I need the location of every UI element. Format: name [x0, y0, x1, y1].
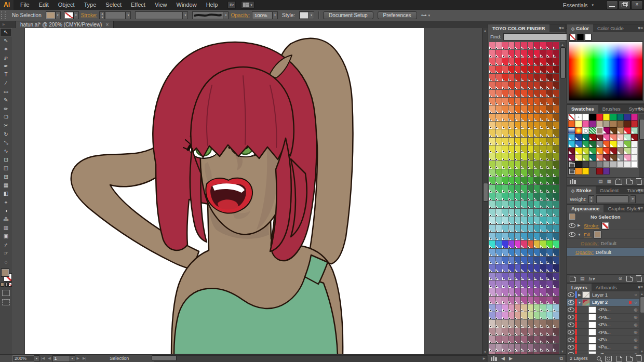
toyo-swatch[interactable] [553, 185, 559, 192]
layer-target-icon[interactable]: ◎ [632, 345, 639, 350]
toyo-swatch[interactable] [546, 273, 552, 280]
swatch-selected[interactable] [596, 127, 603, 134]
toyo-swatch[interactable] [546, 209, 552, 216]
delete-swatch-icon[interactable] [637, 180, 642, 185]
swatch[interactable] [575, 141, 582, 148]
swatch[interactable] [603, 120, 610, 127]
toyo-swatch[interactable] [528, 74, 533, 81]
swatch[interactable] [624, 127, 630, 134]
toyo-swatch[interactable] [489, 320, 495, 327]
toyo-swatch[interactable] [528, 257, 533, 264]
workspace-switcher[interactable]: Essentials ▾ [563, 2, 594, 8]
toyo-swatch[interactable] [540, 312, 546, 319]
toyo-swatch[interactable] [515, 240, 520, 248]
toyo-swatch[interactable] [489, 280, 495, 288]
toyo-swatch[interactable] [521, 288, 527, 296]
toyo-swatch[interactable] [534, 249, 540, 256]
toyo-swatch[interactable] [515, 217, 520, 224]
swatch[interactable] [582, 141, 589, 148]
toyo-swatch[interactable] [528, 320, 533, 327]
toyo-swatch[interactable] [508, 169, 514, 177]
toyo-swatch[interactable] [534, 209, 540, 216]
close-document-icon[interactable]: × [105, 22, 109, 28]
menu-view[interactable]: View [150, 0, 172, 10]
toyo-swatch[interactable] [495, 193, 501, 200]
scissors-tool[interactable]: ✂ [0, 122, 12, 130]
toyo-swatch[interactable] [489, 240, 495, 248]
toyo-swatch[interactable] [546, 82, 552, 89]
toyo-swatch[interactable] [508, 233, 514, 240]
swatch[interactable] [596, 154, 603, 161]
toyo-swatch[interactable] [528, 58, 533, 65]
toyo-swatch[interactable] [489, 233, 495, 240]
toyo-swatch[interactable] [515, 98, 520, 105]
new-sublayer-icon[interactable] [616, 356, 622, 361]
toyo-swatch[interactable] [540, 153, 546, 160]
add-effect-icon[interactable]: fx▾ [589, 276, 595, 281]
toyo-swatch[interactable] [502, 138, 508, 145]
toyo-swatch[interactable] [515, 328, 520, 336]
toyo-swatch[interactable] [553, 249, 559, 256]
layer-thumbnail[interactable] [588, 329, 596, 336]
swatch-black[interactable] [577, 34, 584, 41]
tab-toyo-color-finder[interactable]: TOYO COLOR FINDER [488, 24, 549, 32]
toyo-swatch[interactable] [546, 280, 552, 288]
variable-width-profile-field[interactable] [135, 11, 183, 19]
toyo-swatch[interactable] [495, 273, 501, 280]
toyo-swatch[interactable] [553, 280, 559, 288]
layer-name[interactable]: <Pa... [598, 337, 632, 342]
zoom-dropdown[interactable]: ▾ [34, 355, 39, 362]
toyo-swatch[interactable] [546, 74, 552, 81]
toyo-swatch[interactable] [489, 201, 495, 208]
mesh-tool[interactable]: ▦ [0, 181, 12, 190]
toyo-swatch[interactable] [502, 50, 508, 57]
toyo-swatch[interactable] [502, 257, 508, 264]
toyo-swatch[interactable] [489, 344, 495, 351]
new-color-group-icon[interactable] [615, 180, 622, 185]
toyo-swatch[interactable] [489, 74, 495, 81]
toyo-swatch[interactable] [540, 328, 546, 336]
none-mode-button[interactable] [8, 283, 12, 287]
toyo-swatch[interactable] [540, 122, 546, 129]
toyo-swatch[interactable] [528, 312, 533, 319]
toyo-swatch[interactable] [521, 273, 527, 280]
toyo-swatch[interactable] [534, 90, 540, 97]
toyo-swatch[interactable] [553, 233, 559, 240]
toyo-swatch[interactable] [515, 82, 520, 89]
toyo-swatch[interactable] [546, 257, 552, 264]
toyo-swatch[interactable] [489, 257, 495, 264]
toyo-swatch[interactable] [534, 82, 540, 89]
toyo-swatch[interactable] [508, 257, 514, 264]
toyo-swatch[interactable] [508, 153, 514, 160]
toyo-swatch[interactable] [502, 201, 508, 208]
toyo-swatch[interactable] [508, 280, 514, 288]
swatch-registration[interactable]: + [575, 114, 582, 120]
zoom-level-field[interactable]: 200% [12, 355, 34, 362]
toyo-swatch[interactable] [495, 98, 501, 105]
toyo-swatch[interactable] [534, 122, 540, 129]
toyo-swatch[interactable] [528, 161, 533, 168]
toyo-swatch[interactable] [495, 129, 501, 137]
toyo-swatch[interactable] [546, 217, 552, 224]
toyo-swatch[interactable] [495, 233, 501, 240]
toyo-swatch[interactable] [521, 297, 527, 304]
toyo-swatch[interactable] [508, 193, 514, 200]
expand-arrow-icon[interactable]: ▶ [578, 223, 582, 227]
layer-row[interactable]: ▶Layer 1○ [567, 291, 639, 299]
swatch[interactable] [610, 120, 616, 127]
toyo-swatch[interactable] [508, 50, 514, 57]
toyo-swatch[interactable] [528, 209, 533, 216]
eyedropper-tool[interactable]: ⌖ [0, 198, 12, 207]
toyo-swatch[interactable] [502, 288, 508, 296]
appearance-row-opacity[interactable]: Opacity:Default [567, 248, 644, 257]
toyo-swatch[interactable] [521, 320, 527, 327]
toyo-swatch[interactable] [515, 58, 520, 65]
swatch[interactable] [596, 120, 603, 127]
appearance-row-stroke[interactable]: ▶Stroke: [567, 221, 644, 230]
swatch[interactable] [610, 127, 616, 134]
toyo-swatch[interactable] [540, 240, 546, 248]
swatch[interactable] [589, 161, 596, 168]
toyo-swatch[interactable] [553, 297, 559, 304]
panel-grip[interactable] [1, 11, 6, 19]
toyo-swatch[interactable] [553, 336, 559, 343]
